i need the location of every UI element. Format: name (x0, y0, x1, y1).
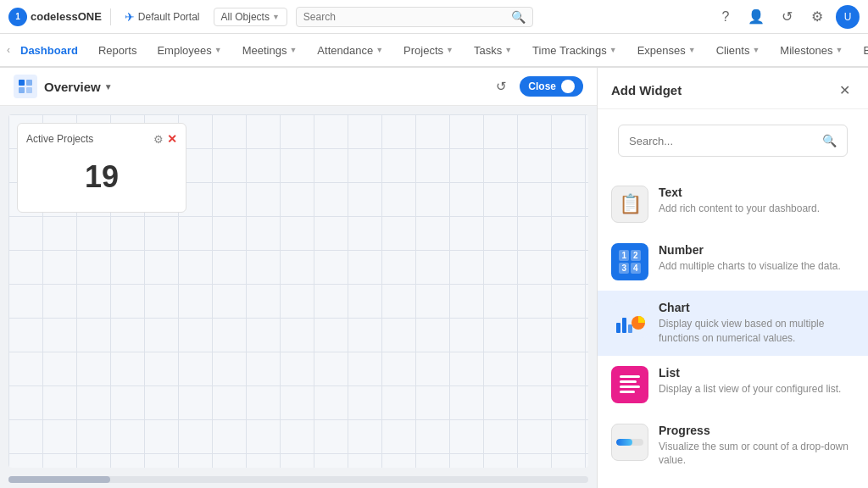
widget-actions: ⚙ ✕ (153, 132, 177, 146)
panel-search-bar[interactable]: 🔍 (618, 125, 848, 157)
widget-item-chart[interactable]: Chart Display quick view based on multip… (598, 291, 868, 356)
progress-bar-icon (616, 439, 643, 446)
portal-icon: ✈ (125, 10, 135, 24)
nav-item-employees[interactable]: Employees ▼ (147, 34, 231, 68)
settings-icon[interactable]: ⚙ (153, 133, 164, 146)
svg-rect-0 (19, 80, 25, 86)
widget-item-text[interactable]: 📋 Text Add rich content to your dashboar… (598, 175, 868, 233)
dashboard-area: Overview ▼ ↺ Close Active Projects (0, 68, 597, 488)
chart-widget-desc: Display quick view based on multiple fun… (659, 317, 854, 346)
overview-icon (14, 75, 37, 98)
grid-background: Active Projects ⚙ ✕ 19 (8, 114, 588, 468)
nav-item-attendance[interactable]: Attendance ▼ (307, 34, 393, 68)
overview-title[interactable]: Overview ▼ (44, 80, 113, 94)
widget-item-list[interactable]: List Display a list view of your configu… (598, 356, 868, 413)
grid-area: Active Projects ⚙ ✕ 19 (0, 106, 597, 476)
topbar-divider (110, 8, 111, 25)
panel-search-container: 🔍 (598, 109, 868, 172)
nav-item-budgets[interactable]: Budgets ▼ (853, 34, 868, 68)
close-label: Close (528, 80, 556, 92)
widget-item-progress[interactable]: Progress Visualize the sum or count of a… (598, 413, 868, 479)
nav-item-meetings[interactable]: Meetings ▼ (232, 34, 308, 68)
search-icon: 🔍 (511, 10, 526, 24)
logo-circle: 1 (8, 8, 27, 26)
svg-rect-1 (26, 80, 32, 86)
nav-label-budgets: Budgets (863, 44, 868, 57)
widget-list: 📋 Text Add rich content to your dashboar… (598, 172, 868, 488)
widget-header: Active Projects ⚙ ✕ (26, 132, 177, 146)
all-objects-label: All Objects (221, 11, 270, 23)
nav-item-projects[interactable]: Projects ▼ (393, 34, 464, 68)
nav-item-clients[interactable]: Clients ▼ (706, 34, 771, 68)
chart-widget-name: Chart (659, 301, 854, 314)
widget-item-gauge[interactable]: Gauge (598, 478, 868, 488)
refresh-button[interactable]: ↺ (489, 75, 513, 98)
chevron-down-icon: ▼ (752, 46, 760, 54)
nav-item-dashboard[interactable]: Dashboard (10, 34, 88, 68)
topbar-actions: ? 👤 ↺ ⚙ U (714, 5, 860, 29)
list-widget-info: List Display a list view of your configu… (659, 366, 854, 396)
panel-close-button[interactable]: ✕ (834, 80, 854, 100)
dashboard-actions: ↺ Close (489, 75, 583, 98)
history-icon[interactable]: ↺ (775, 5, 798, 29)
close-icon[interactable]: ✕ (167, 132, 177, 146)
nav-label-time-trackings: Time Trackings (532, 44, 607, 57)
search-input[interactable] (303, 11, 507, 23)
add-widget-panel: Add Widget ✕ 🔍 📋 Text Add rich content t… (597, 68, 868, 488)
chevron-down-icon: ▼ (609, 46, 617, 54)
svg-rect-2 (19, 87, 25, 93)
help-icon[interactable]: ? (714, 5, 737, 29)
portal-button[interactable]: ✈ Default Portal (120, 8, 205, 26)
grid-icon (18, 79, 33, 94)
chart-widget-info: Chart Display quick view based on multip… (659, 301, 854, 346)
panel-header: Add Widget ✕ (598, 68, 868, 109)
nav-item-reports[interactable]: Reports (88, 34, 147, 68)
app-logo[interactable]: 1 codelessONE (8, 8, 102, 26)
chevron-down-icon: ▼ (836, 46, 843, 54)
svg-rect-7 (628, 324, 632, 333)
close-toggle-button[interactable]: Close (520, 76, 583, 97)
dashboard-header: Overview ▼ ↺ Close (0, 68, 597, 106)
chevron-down-icon: ▼ (214, 46, 222, 54)
nav-label-expenses: Expenses (637, 44, 686, 57)
widget-title: Active Projects (26, 133, 93, 145)
avatar[interactable]: U (836, 5, 860, 29)
search-bar[interactable]: 🔍 (296, 7, 533, 27)
nav-label-tasks: Tasks (474, 44, 502, 57)
nav-label-employees: Employees (157, 44, 211, 57)
number-widget-desc: Add multiple charts to visualize the dat… (659, 259, 854, 274)
progress-widget-info: Progress Visualize the sum or count of a… (659, 424, 854, 469)
text-widget-info: Text Add rich content to your dashboard. (659, 186, 854, 216)
overview-chevron-icon: ▼ (104, 82, 113, 92)
list-widget-icon (611, 366, 648, 403)
nav-item-tasks[interactable]: Tasks ▼ (464, 34, 522, 68)
number-widget-icon: 1234 (611, 243, 648, 280)
scroll-thumb[interactable] (8, 476, 110, 483)
panel-search-input[interactable] (629, 135, 817, 147)
all-objects-button[interactable]: All Objects ▼ (214, 8, 287, 26)
settings-icon[interactable]: ⚙ (805, 5, 829, 29)
nav-label-milestones: Milestones (780, 44, 832, 57)
person-icon[interactable]: 👤 (744, 5, 768, 29)
chevron-down-icon: ▼ (504, 46, 512, 54)
panel-title: Add Widget (611, 83, 682, 97)
number-grid-icon: 1234 (615, 247, 643, 277)
navbar: ‹ Dashboard Reports Employees ▼ Meetings… (0, 34, 868, 68)
nav-item-time-trackings[interactable]: Time Trackings ▼ (522, 34, 627, 68)
clipboard-icon: 📋 (619, 193, 642, 215)
list-widget-desc: Display a list view of your configured l… (659, 382, 854, 396)
text-widget-name: Text (659, 186, 854, 199)
number-widget-name: Number (659, 243, 854, 257)
nav-item-expenses[interactable]: Expenses ▼ (627, 34, 706, 68)
nav-label-meetings: Meetings (242, 44, 287, 57)
nav-item-milestones[interactable]: Milestones ▼ (770, 34, 853, 68)
chevron-down-icon: ▼ (688, 46, 696, 54)
nav-label-clients: Clients (716, 44, 750, 57)
chevron-down-icon: ▼ (272, 13, 280, 21)
svg-rect-6 (622, 318, 626, 333)
svg-rect-3 (26, 87, 32, 93)
scroll-area[interactable] (8, 476, 588, 483)
topbar: 1 codelessONE ✈ Default Portal All Objec… (0, 0, 868, 34)
widget-item-number[interactable]: 1234 Number Add multiple charts to visua… (598, 233, 868, 291)
progress-widget-desc: Visualize the sum or count of a drop-dow… (659, 440, 854, 469)
